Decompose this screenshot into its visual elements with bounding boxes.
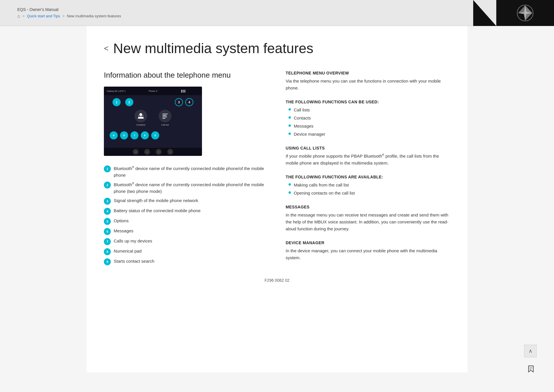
phone-calllist-icon-item: Call list — [159, 110, 171, 126]
home-icon[interactable]: ⌂ — [17, 14, 20, 19]
header-left: EQS - Owner's Manual ⌂ > Quick start and… — [0, 7, 496, 19]
bullet-text: Contacts — [294, 115, 311, 122]
page-footer: F296 0062 02 — [104, 269, 450, 288]
bullet-text: Opening contacts on the call list — [294, 190, 355, 197]
phone-badge-2: 2 — [125, 98, 133, 106]
numbered-item-text: Starts contact search — [114, 258, 154, 265]
bullet-dot — [289, 124, 291, 127]
bullet-dot — [289, 116, 291, 119]
bullet-item: Messages — [289, 123, 450, 130]
breadcrumb: ⌂ > Quick start and Tips > New multimedi… — [17, 14, 479, 19]
phone-badge-6: 6 — [141, 131, 149, 139]
mercedes-logo-area — [496, 0, 554, 26]
numbered-item: 8 Numerical pad — [104, 248, 268, 255]
numbered-item: 6 Messages — [104, 228, 268, 235]
info-section: USING CALL LISTSIf your mobile phone sup… — [286, 146, 450, 167]
svg-rect-1 — [162, 114, 168, 114]
phone-contacts-icon — [134, 110, 147, 122]
info-section: MESSAGESIn the message menu you can rece… — [286, 205, 450, 232]
left-column: Information about the telephone menu Gal… — [104, 71, 268, 269]
phone-calllist-icon — [159, 110, 171, 122]
svg-rect-2 — [162, 115, 166, 116]
phone-body: 1 2 3 4 — [104, 95, 202, 148]
numbered-item-text: Calls up my devices — [114, 238, 152, 244]
info-text: In the message menu you can receive text… — [286, 212, 450, 232]
bullet-item: Making calls from the call list — [289, 182, 450, 188]
bullet-item: Device manager — [289, 131, 450, 138]
phone-badge-7: 7 — [130, 131, 138, 139]
info-heading: THE FOLLOWING FUNCTIONS CAN BE USED: — [286, 100, 450, 104]
info-heading: THE FOLLOWING FUNCTIONS ARE AVAILABLE: — [286, 175, 450, 179]
numbered-item: 9 Starts contact search — [104, 258, 268, 265]
phone-signal: ▐▐▐ — [180, 90, 185, 92]
breadcrumb-quick-start[interactable]: Quick start and Tips — [27, 14, 60, 18]
phone-calllist-label: Call list — [161, 124, 169, 126]
info-heading: USING CALL LISTS — [286, 146, 450, 150]
numbered-item: 5 Options — [104, 218, 268, 225]
bullet-list: Making calls from the call listOpening c… — [286, 182, 450, 197]
numbered-item-text: Bluetooth® device name of the currently … — [114, 181, 268, 195]
info-text: Via the telephone menu you can use the f… — [286, 78, 450, 92]
phone-nav-back: ◁ — [133, 149, 138, 155]
phone-badge-5: 5 — [151, 131, 159, 139]
bookmark-button[interactable] — [525, 363, 537, 375]
numbered-item-text: Bluetooth® device name of the currently … — [114, 165, 268, 178]
info-section: DEVICE MANAGERIn the device manager, you… — [286, 240, 450, 261]
bullet-dot — [289, 108, 291, 111]
info-text: If your mobile phone supports the PBAP B… — [286, 153, 450, 167]
bullet-list: Call listsContactsMessagesDevice manager — [286, 107, 450, 138]
phone-nav-home: ⌂ — [144, 149, 150, 155]
num-badge-7: 7 — [104, 238, 111, 245]
header-diagonal-decoration — [473, 0, 496, 26]
page-title-wrapper: < New multimedia system features — [104, 40, 450, 56]
phone-contacts-label: Contacts — [136, 124, 145, 126]
phone-bottom-bar: ◁ ⌂ □ ○ — [104, 148, 202, 156]
breadcrumb-current: New multimedia system features — [67, 14, 121, 18]
phone-icons-row: Contacts Call list — [107, 110, 199, 126]
num-badge-9: 9 — [104, 258, 111, 265]
phone-mockup: Galaxy A3 | 2017 | Phone 3 ▐▐▐ 1 2 3 4 — [104, 87, 202, 156]
scroll-up-icon: ∧ — [529, 348, 532, 354]
phone-badge-9: 9 — [110, 131, 118, 139]
numbered-item-text: Battery status of the connected mobile p… — [114, 208, 201, 214]
phone-phone-label: Phone 3 — [149, 90, 157, 92]
breadcrumb-sep1: > — [23, 14, 25, 18]
page-header: EQS - Owner's Manual ⌂ > Quick start and… — [0, 0, 554, 26]
main-content: < New multimedia system features Informa… — [87, 26, 467, 372]
scroll-up-button[interactable]: ∧ — [524, 345, 537, 357]
bullet-dot — [289, 191, 291, 194]
info-heading: TELEPHONE MENU OVERVIEW — [286, 71, 450, 75]
phone-badge-3: 3 — [175, 98, 183, 106]
numbered-item: 4 Battery status of the connected mobile… — [104, 208, 268, 215]
bullet-text: Making calls from the call list — [294, 182, 349, 188]
bullet-text: Messages — [294, 123, 313, 130]
bullet-item: Contacts — [289, 115, 450, 122]
info-section: TELEPHONE MENU OVERVIEWVia the telephone… — [286, 71, 450, 92]
right-column: TELEPHONE MENU OVERVIEWVia the telephone… — [286, 71, 450, 269]
phone-nav-recent: □ — [156, 149, 162, 155]
svg-rect-3 — [162, 117, 167, 117]
numbered-item-text: Numerical pad — [114, 248, 142, 255]
num-badge-4: 4 — [104, 208, 111, 215]
back-chevron-icon[interactable]: < — [104, 44, 108, 53]
phone-top-bar: Galaxy A3 | 2017 | Phone 3 ▐▐▐ — [104, 87, 202, 95]
mercedes-star-icon — [516, 4, 534, 22]
numbered-list: 1 Bluetooth® device name of the currentl… — [104, 165, 268, 265]
num-badge-5: 5 — [104, 218, 111, 225]
phone-badge-1: 1 — [113, 98, 121, 106]
info-heading: MESSAGES — [286, 205, 450, 209]
numbered-item-text: Options — [114, 218, 129, 224]
doc-code: F296 0062 02 — [265, 278, 289, 283]
numbered-item: 1 Bluetooth® device name of the currentl… — [104, 165, 268, 178]
svg-rect-4 — [162, 118, 165, 119]
content-grid: Information about the telephone menu Gal… — [104, 71, 450, 269]
phone-contacts-icon-item: Contacts — [134, 110, 147, 126]
bullet-item: Call lists — [289, 107, 450, 113]
phone-badge-8: 8 — [120, 131, 128, 139]
numbered-item: 2 Bluetooth® device name of the currentl… — [104, 181, 268, 195]
bullet-dot — [289, 183, 291, 186]
info-text: In the device manager, you can connect y… — [286, 247, 450, 261]
phone-nav-circle: ○ — [167, 149, 173, 155]
numbered-item-text: Signal strength of the mobile phone netw… — [114, 197, 198, 204]
bullet-item: Opening contacts on the call list — [289, 190, 450, 197]
